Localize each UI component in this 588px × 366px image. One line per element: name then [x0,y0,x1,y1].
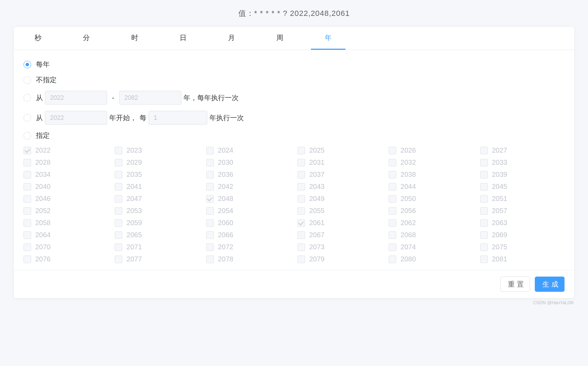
year-checkbox-2060[interactable] [206,219,214,227]
year-checkbox-2067[interactable] [297,231,305,239]
radio-range[interactable] [23,94,31,102]
year-item-2033[interactable]: 2033 [480,158,565,166]
year-checkbox-2041[interactable] [115,183,122,191]
year-checkbox-2032[interactable] [389,159,396,166]
year-checkbox-2063[interactable] [480,219,488,227]
radio-none[interactable] [23,76,31,84]
year-item-2081[interactable]: 2081 [480,255,565,263]
generate-button[interactable]: 生成 [535,277,565,292]
year-checkbox-2030[interactable] [206,159,214,166]
year-item-2066[interactable]: 2066 [206,231,291,239]
year-checkbox-2052[interactable] [23,207,31,215]
year-checkbox-2071[interactable] [115,243,122,251]
year-item-2030[interactable]: 2030 [206,158,291,166]
tab-3[interactable]: 日 [166,27,200,50]
year-checkbox-2077[interactable] [115,256,122,263]
year-item-2044[interactable]: 2044 [389,183,473,191]
year-item-2025[interactable]: 2025 [297,146,382,154]
radio-specify[interactable] [23,132,31,139]
year-checkbox-2059[interactable] [115,219,122,227]
year-checkbox-2044[interactable] [389,183,396,191]
year-item-2069[interactable]: 2069 [480,231,565,239]
year-item-2074[interactable]: 2074 [389,243,473,251]
year-checkbox-2074[interactable] [389,243,396,251]
year-item-2039[interactable]: 2039 [480,171,565,179]
year-item-2047[interactable]: 2047 [115,195,199,203]
year-item-2062[interactable]: 2062 [389,219,473,227]
year-checkbox-2053[interactable] [115,207,122,215]
year-checkbox-2079[interactable] [297,256,305,263]
tab-1[interactable]: 分 [69,27,104,50]
year-item-2037[interactable]: 2037 [297,171,382,179]
year-checkbox-2072[interactable] [206,243,214,251]
year-item-2067[interactable]: 2067 [297,231,382,239]
year-item-2065[interactable]: 2065 [115,231,199,239]
interval-start-input[interactable]: 2022 [45,111,107,125]
year-item-2026[interactable]: 2026 [389,146,473,154]
radio-row-none[interactable]: 不指定 [23,75,565,85]
year-item-2024[interactable]: 2024 [206,146,291,154]
year-checkbox-2050[interactable] [389,195,396,203]
year-item-2070[interactable]: 2070 [23,243,108,251]
year-item-2041[interactable]: 2041 [115,183,199,191]
year-checkbox-2075[interactable] [480,243,488,251]
radio-row-range[interactable]: 从 2022 - 2082 年，每年执行一次 [23,91,565,105]
year-checkbox-2046[interactable] [23,195,31,203]
year-checkbox-2065[interactable] [115,231,122,239]
radio-row-every[interactable]: 每年 [23,60,565,69]
year-item-2068[interactable]: 2068 [389,231,473,239]
year-item-2035[interactable]: 2035 [115,171,199,179]
year-item-2049[interactable]: 2049 [297,195,382,203]
year-item-2048[interactable]: 2048 [206,195,291,203]
range-to-input[interactable]: 2082 [119,91,181,105]
year-checkbox-2073[interactable] [297,243,305,251]
year-checkbox-2081[interactable] [480,256,488,263]
year-item-2073[interactable]: 2073 [297,243,382,251]
year-item-2032[interactable]: 2032 [389,158,473,166]
year-item-2042[interactable]: 2042 [206,183,291,191]
year-item-2079[interactable]: 2079 [297,255,382,263]
tab-0[interactable]: 秒 [21,27,55,50]
year-checkbox-2031[interactable] [297,159,305,166]
year-checkbox-2039[interactable] [480,171,488,179]
year-checkbox-2057[interactable] [480,207,488,215]
year-item-2045[interactable]: 2045 [480,183,565,191]
year-checkbox-2049[interactable] [297,195,305,203]
tab-6[interactable]: 年 [311,27,345,50]
year-checkbox-2064[interactable] [23,231,31,239]
year-item-2055[interactable]: 2055 [297,207,382,215]
radio-row-interval[interactable]: 从 2022 年开始， 每 1 年执行一次 [23,111,565,125]
year-checkbox-2066[interactable] [206,231,214,239]
year-item-2031[interactable]: 2031 [297,158,382,166]
year-item-2063[interactable]: 2063 [480,219,565,227]
year-checkbox-2035[interactable] [115,171,122,179]
year-item-2077[interactable]: 2077 [115,255,199,263]
year-item-2060[interactable]: 2060 [206,219,291,227]
year-checkbox-2037[interactable] [297,171,305,179]
year-item-2071[interactable]: 2071 [115,243,199,251]
year-item-2072[interactable]: 2072 [206,243,291,251]
year-item-2078[interactable]: 2078 [206,255,291,263]
year-checkbox-2036[interactable] [206,171,214,179]
year-item-2027[interactable]: 2027 [480,146,565,154]
year-checkbox-2027[interactable] [480,147,488,154]
year-item-2046[interactable]: 2046 [23,195,108,203]
year-item-2022[interactable]: 2022 [23,146,108,154]
year-checkbox-2047[interactable] [115,195,122,203]
year-item-2036[interactable]: 2036 [206,171,291,179]
year-checkbox-2080[interactable] [389,256,396,263]
interval-step-input[interactable]: 1 [149,111,207,125]
year-item-2054[interactable]: 2054 [206,207,291,215]
year-item-2053[interactable]: 2053 [115,207,199,215]
range-from-input[interactable]: 2022 [45,91,107,105]
year-checkbox-2042[interactable] [206,183,214,191]
year-item-2061[interactable]: 2061 [297,219,382,227]
year-checkbox-2040[interactable] [23,183,31,191]
year-checkbox-2045[interactable] [480,183,488,191]
year-item-2034[interactable]: 2034 [23,171,108,179]
year-checkbox-2034[interactable] [23,171,31,179]
year-checkbox-2054[interactable] [206,207,214,215]
year-item-2043[interactable]: 2043 [297,183,382,191]
year-checkbox-2023[interactable] [115,147,122,154]
year-item-2040[interactable]: 2040 [23,183,108,191]
